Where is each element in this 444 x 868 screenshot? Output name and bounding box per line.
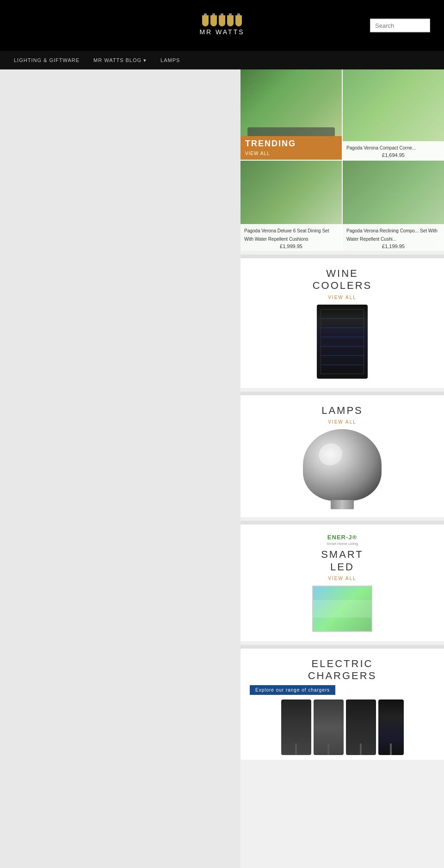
divider-2 (240, 392, 444, 395)
product-price-1: £1,694.95 (346, 152, 440, 158)
chevron-down-icon: ▾ (143, 57, 147, 63)
product-caption-1: Pagoda Verona Compact Corne... £1,694.95 (343, 141, 444, 160)
enerj-brand-sub: Smart Home Living (327, 542, 358, 546)
trending-cell-3[interactable]: Pagoda Verona Deluxe 6 Seat Dining Set W… (240, 161, 342, 251)
chargers-image-row (245, 699, 439, 755)
trending-view-all[interactable]: VIEW ALL (245, 151, 270, 156)
bulb-1 (202, 15, 209, 26)
lamps-section: LAMPS VIEW ALL (240, 395, 444, 517)
explore-chargers-banner[interactable]: Explore our range of chargers (250, 685, 335, 695)
smart-led-section: ENER-J® Smart Home Living SMART LED VIEW… (240, 525, 444, 641)
divider-3 (240, 521, 444, 525)
trending-section: TRENDING VIEW ALL Pagoda Verona Compact … (240, 69, 444, 251)
trending-cell-main[interactable]: TRENDING VIEW ALL (240, 69, 342, 160)
smart-led-view-all[interactable]: VIEW ALL (328, 576, 357, 581)
wine-coolers-view-all[interactable]: VIEW ALL (328, 295, 357, 300)
charger-unit-3 (346, 699, 376, 755)
charger-unit-2 (314, 699, 344, 755)
search-input[interactable] (370, 19, 430, 32)
chargers-title: ELECTRIC CHARGERS (308, 658, 377, 682)
product-caption-3: Pagoda Verona Reclining Compo... Set Wit… (343, 224, 444, 251)
divider-4 (240, 645, 444, 649)
lamps-title: LAMPS (321, 405, 363, 417)
bulb-3 (219, 15, 225, 26)
product-name-3: Pagoda Verona Reclining Compo... Set Wit… (346, 228, 438, 242)
trending-cell-4[interactable]: Pagoda Verona Reclining Compo... Set Wit… (343, 161, 444, 251)
left-panel (0, 69, 240, 868)
product-price-2: £1,999.95 (244, 244, 338, 249)
search-box[interactable] (370, 19, 430, 32)
nav-lighting[interactable]: LIGHTING & GIFTWARE (14, 57, 80, 63)
smart-led-title: SMART LED (321, 549, 364, 573)
nav-blog[interactable]: MR WATTS BLOG ▾ (93, 57, 147, 63)
bulb-4 (227, 15, 234, 26)
bulb-5 (235, 15, 242, 26)
product-name-2: Pagoda Verona Deluxe 6 Seat Dining Set W… (244, 228, 329, 242)
wine-coolers-section: WINE COOLERS VIEW ALL (240, 258, 444, 388)
site-header: MR WATTS (0, 0, 444, 51)
lamp-image (301, 429, 384, 508)
lamps-view-all[interactable]: VIEW ALL (328, 419, 357, 425)
trending-grid: TRENDING VIEW ALL Pagoda Verona Compact … (240, 69, 444, 251)
wine-cooler-image (317, 305, 368, 379)
nav-blog-label: MR WATTS BLOG (93, 57, 142, 63)
product-caption-2: Pagoda Verona Deluxe 6 Seat Dining Set W… (240, 224, 342, 251)
main-nav: LIGHTING & GIFTWARE MR WATTS BLOG ▾ LAMP… (0, 51, 444, 69)
trending-badge: TRENDING VIEW ALL (240, 136, 342, 160)
trending-label: TRENDING (245, 139, 337, 149)
product-price-3: £1,199.95 (346, 244, 440, 249)
nav-lamps[interactable]: LAMPS (160, 57, 180, 63)
trending-cell-2[interactable]: Pagoda Verona Compact Corne... £1,694.95 (343, 69, 444, 160)
charger-unit-1 (281, 699, 311, 755)
logo-bulbs (202, 15, 242, 26)
logo-text: MR WATTS (199, 28, 244, 36)
logo[interactable]: MR WATTS (199, 15, 244, 36)
product-name-1: Pagoda Verona Compact Corne... (346, 145, 416, 150)
wine-coolers-title: WINE COOLERS (313, 268, 372, 292)
right-panel: TRENDING VIEW ALL Pagoda Verona Compact … (240, 69, 444, 868)
charger-unit-4 (378, 699, 404, 755)
main-content: TRENDING VIEW ALL Pagoda Verona Compact … (0, 69, 444, 868)
enerj-brand: ENER-J® (327, 534, 357, 541)
chrome-bulb (303, 429, 382, 501)
divider-1 (240, 255, 444, 258)
bulb-2 (210, 15, 217, 26)
electric-chargers-section: ELECTRIC CHARGERS Explore our range of c… (240, 649, 444, 760)
smart-led-image (312, 586, 372, 632)
